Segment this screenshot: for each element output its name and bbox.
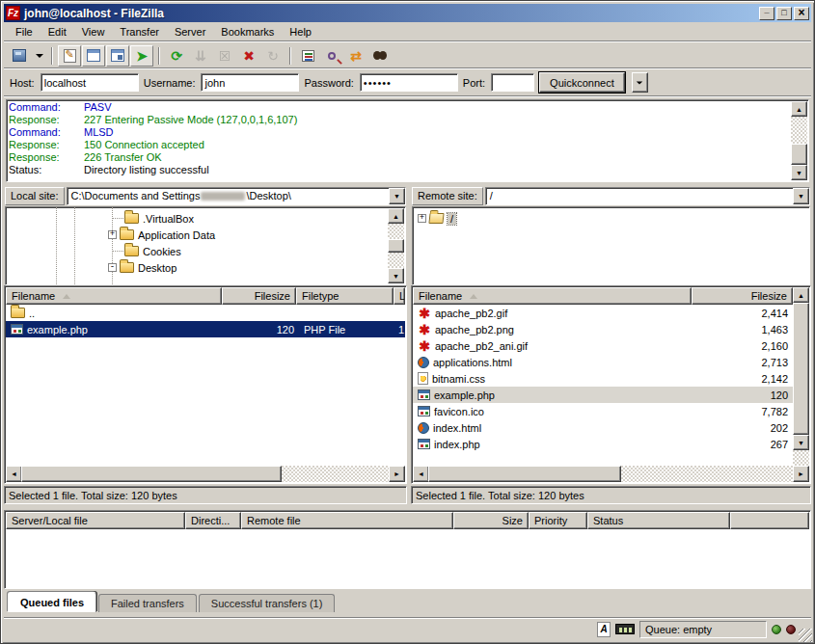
directory-comparison-button[interactable] (320, 45, 343, 67)
remote-list-horizontal-scrollbar[interactable]: ◄ ► (413, 466, 809, 482)
local-list-horizontal-scrollbar[interactable]: ◄ ► (6, 466, 405, 482)
tree-item-cookies[interactable]: Cookies (112, 243, 181, 259)
close-button[interactable] (794, 7, 809, 20)
scroll-up-button[interactable]: ▲ (791, 101, 807, 117)
file-row-example-php[interactable]: example.php 120 PHP File 1 (6, 321, 405, 337)
remote-list-vertical-scrollbar[interactable]: ▲ ▼ (793, 287, 809, 466)
scroll-right-button[interactable]: ► (793, 466, 809, 482)
scrollbar-thumb[interactable] (428, 466, 621, 482)
minimize-button[interactable] (759, 7, 774, 20)
scroll-left-button[interactable]: ◄ (413, 466, 429, 482)
file-row[interactable]: bitnami.css 2,142 (413, 370, 793, 387)
column-header-server-local-file[interactable]: Server/Local file (6, 512, 185, 529)
disconnect-button[interactable]: ✖ (237, 45, 260, 67)
remote-path-dropdown-button[interactable] (793, 188, 809, 204)
toggle-local-tree-button[interactable] (82, 45, 105, 67)
quickconnect-button[interactable]: Quickconnect (539, 72, 625, 93)
log-line: Response:227 Entering Passive Mode (127,… (9, 114, 789, 126)
file-row[interactable]: ✱apache_pb2.gif 2,414 (413, 305, 793, 321)
file-row[interactable]: ✱apache_pb2.png 1,463 (413, 321, 793, 337)
toggle-remote-tree-button[interactable] (106, 45, 129, 67)
local-path-dropdown-button[interactable] (389, 188, 405, 204)
refresh-button[interactable]: ⟳ (165, 45, 188, 67)
menu-bookmarks[interactable]: Bookmarks (213, 24, 282, 40)
column-header-size[interactable]: Size (453, 512, 529, 529)
column-header-remote-file[interactable]: Remote file (241, 512, 453, 529)
cancel-operation-button[interactable]: ☒ (213, 45, 236, 67)
column-header-filesize[interactable]: Filesize (692, 287, 793, 305)
remote-path-combo[interactable]: / (485, 187, 810, 205)
file-row[interactable]: index.php 267 (413, 436, 793, 452)
file-row[interactable]: favicon.ico 7,782 (413, 403, 793, 419)
scroll-up-button[interactable]: ▲ (793, 287, 809, 303)
expand-icon[interactable]: + (418, 214, 426, 223)
transfer-type-icon[interactable]: A (597, 622, 611, 637)
speed-limit-icon[interactable] (615, 624, 635, 634)
scrollbar-track[interactable] (282, 466, 390, 482)
port-input[interactable] (491, 73, 534, 92)
menu-file[interactable]: File (8, 24, 41, 40)
tab-failed-transfers[interactable]: Failed transfers (98, 594, 197, 612)
tab-queued-files[interactable]: Queued files (8, 592, 96, 612)
column-header-filesize[interactable]: Filesize (222, 287, 296, 305)
tab-successful-transfers[interactable]: Successful transfers (1) (199, 594, 336, 612)
scroll-right-button[interactable]: ► (389, 466, 405, 482)
chevron-down-icon (36, 54, 43, 58)
scrollbar-track[interactable] (621, 466, 794, 482)
password-input[interactable] (360, 73, 458, 92)
menu-server[interactable]: Server (167, 24, 213, 40)
column-header-direction[interactable]: Directi... (185, 512, 241, 529)
column-header-lastmodified[interactable]: L (394, 287, 405, 305)
quickconnect-dropdown-button[interactable] (632, 72, 648, 93)
file-row[interactable]: index.html 202 (413, 419, 793, 436)
resize-grip[interactable] (799, 629, 812, 642)
menu-help[interactable]: Help (282, 24, 319, 40)
host-input[interactable] (41, 73, 139, 92)
tree-item-root[interactable]: + / (418, 210, 456, 227)
local-tree-vertical-scrollbar[interactable]: ▲ ▼ (388, 208, 404, 283)
scroll-down-button[interactable]: ▼ (791, 165, 807, 180)
scroll-down-button[interactable]: ▼ (388, 268, 404, 283)
scroll-up-button[interactable]: ▲ (388, 208, 404, 224)
synchronized-browsing-button[interactable]: ⇄ (344, 45, 367, 67)
scrollbar-thumb[interactable] (793, 303, 809, 435)
tree-item-application-data[interactable]: + Application Data (108, 227, 215, 243)
toggle-message-log-button[interactable] (58, 45, 81, 67)
local-site-label: Local site: (5, 187, 65, 205)
site-manager-button[interactable] (8, 45, 31, 67)
local-path-combo[interactable]: C:\Documents and Settings\Desktop\ (67, 187, 406, 205)
file-row-example-php[interactable]: example.php 120 (413, 387, 793, 403)
toggle-transfer-queue-button[interactable]: ➤ (130, 45, 153, 67)
collapse-icon[interactable]: - (108, 263, 117, 272)
file-row[interactable]: ✱apache_pb2_ani.gif 2,160 (413, 337, 793, 354)
tree-connector (112, 218, 123, 219)
reconnect-button[interactable]: ↻ (261, 45, 285, 67)
log-line: Command:PASV (9, 101, 789, 114)
username-input[interactable] (201, 73, 299, 92)
column-header-status[interactable]: Status (587, 512, 730, 529)
tree-item-desktop[interactable]: - Desktop (108, 259, 177, 276)
column-header-priority[interactable]: Priority (529, 512, 587, 529)
menu-transfer[interactable]: Transfer (112, 24, 167, 40)
find-files-button[interactable] (368, 45, 392, 67)
menu-edit[interactable]: Edit (41, 24, 74, 40)
process-queue-button[interactable]: ⇊ (189, 45, 212, 67)
column-header-filename[interactable]: Filename (413, 287, 692, 305)
directory-listing-filters-button[interactable] (296, 45, 319, 67)
log-vertical-scrollbar[interactable]: ▲ ▼ (791, 101, 807, 180)
scrollbar-thumb[interactable] (791, 144, 807, 165)
menu-view[interactable]: View (74, 24, 113, 40)
expand-icon[interactable]: + (108, 230, 117, 239)
column-header-filename[interactable]: Filename (6, 287, 222, 305)
scroll-down-button[interactable]: ▼ (793, 435, 809, 450)
tree-item-virtualbox[interactable]: .VirtualBox (112, 210, 194, 227)
maximize-button[interactable] (776, 7, 792, 20)
scroll-left-button[interactable]: ◄ (6, 466, 22, 482)
site-manager-dropdown-button[interactable] (32, 45, 46, 67)
file-row[interactable]: applications.html 2,713 (413, 354, 793, 370)
scrollbar-thumb[interactable] (21, 466, 282, 482)
file-row-parent-dir[interactable]: .. (6, 305, 405, 321)
scrollbar-track[interactable] (793, 450, 809, 466)
column-header-filetype[interactable]: Filetype (296, 287, 394, 305)
scrollbar-thumb[interactable] (388, 239, 404, 253)
